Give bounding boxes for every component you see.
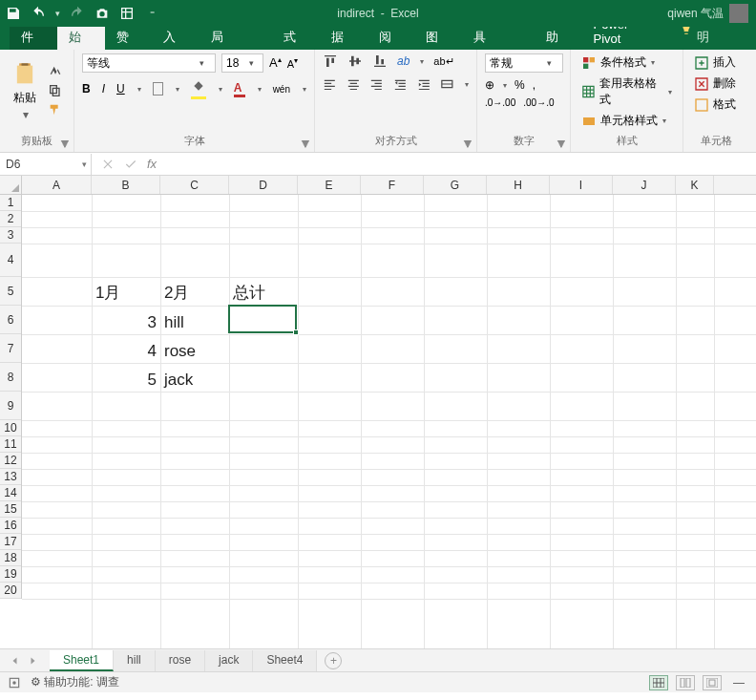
- indent-decrease-icon[interactable]: [393, 76, 408, 92]
- column-header[interactable]: K: [676, 176, 714, 194]
- align-bottom-icon[interactable]: [372, 53, 388, 69]
- paste-button[interactable]: 粘贴 ▾: [8, 59, 42, 123]
- cell[interactable]: jack: [160, 363, 229, 392]
- qat-customize-icon[interactable]: ⁼: [150, 9, 155, 19]
- percent-button[interactable]: %: [514, 78, 525, 92]
- avatar[interactable]: [729, 4, 748, 23]
- row-header[interactable]: 15: [0, 501, 21, 518]
- cell[interactable]: 1月: [92, 277, 160, 306]
- cell[interactable]: 5: [92, 363, 160, 392]
- name-box[interactable]: D6▾: [0, 154, 92, 175]
- spreadsheet-icon[interactable]: [119, 6, 135, 21]
- column-header[interactable]: F: [361, 176, 424, 194]
- row-header[interactable]: 9: [0, 392, 21, 420]
- accept-formula-icon[interactable]: [124, 158, 137, 171]
- decrease-decimal-icon[interactable]: .00→.0: [523, 97, 554, 108]
- format-painter-icon[interactable]: [48, 102, 63, 117]
- sheet-nav[interactable]: [10, 655, 50, 667]
- column-header[interactable]: J: [613, 176, 676, 194]
- wrap-text-button[interactable]: ab↵: [433, 55, 453, 68]
- camera-icon[interactable]: [94, 6, 110, 21]
- phonetic-button[interactable]: wén: [273, 84, 290, 95]
- zoom-out-button[interactable]: —: [729, 676, 748, 689]
- row-header[interactable]: 17: [0, 534, 21, 550]
- row-header[interactable]: 4: [0, 244, 21, 277]
- font-name-select[interactable]: ▾: [82, 53, 216, 73]
- column-header[interactable]: D: [229, 176, 298, 194]
- align-middle-icon[interactable]: [347, 53, 363, 69]
- view-page-break-button[interactable]: [703, 675, 722, 690]
- sheet-tab[interactable]: Sheet1: [50, 650, 114, 671]
- column-header[interactable]: C: [160, 176, 229, 194]
- dialog-launcher-icon[interactable]: ⯆: [301, 138, 310, 149]
- cell[interactable]: hill: [160, 306, 229, 334]
- bold-button[interactable]: B: [82, 82, 91, 95]
- fx-label[interactable]: fx: [147, 157, 157, 171]
- table-format-button[interactable]: 套用表格格式▾: [578, 74, 675, 109]
- select-all-corner[interactable]: [0, 176, 22, 195]
- cut-icon[interactable]: [48, 64, 63, 79]
- font-name-input[interactable]: [83, 56, 196, 70]
- dialog-launcher-icon[interactable]: ⯆: [463, 138, 472, 149]
- row-header[interactable]: 13: [0, 469, 21, 485]
- insert-cells-button[interactable]: 插入: [691, 53, 741, 72]
- border-button[interactable]: [153, 82, 163, 95]
- sheet-nav-prev-icon[interactable]: [10, 655, 21, 667]
- view-normal-button[interactable]: [649, 675, 668, 690]
- accounting-format-button[interactable]: ⊕: [485, 78, 494, 92]
- row-header[interactable]: 18: [0, 550, 21, 566]
- user-area[interactable]: qiwen 气温: [667, 4, 748, 23]
- dialog-launcher-icon[interactable]: ⯆: [556, 138, 566, 149]
- decrease-font-icon[interactable]: A▾: [287, 56, 298, 70]
- font-color-button[interactable]: A: [234, 81, 245, 97]
- save-icon[interactable]: [6, 6, 21, 21]
- sheet-tab[interactable]: rose: [156, 650, 205, 671]
- copy-icon[interactable]: [48, 83, 63, 98]
- formula-input[interactable]: [166, 154, 756, 175]
- row-header[interactable]: 14: [0, 485, 21, 501]
- row-header[interactable]: 6: [0, 306, 21, 334]
- macro-record-icon[interactable]: [8, 676, 21, 689]
- cell[interactable]: 2月: [160, 277, 229, 306]
- row-header[interactable]: 10: [0, 420, 21, 436]
- row-header[interactable]: 20: [0, 583, 21, 599]
- cell[interactable]: 总计: [229, 277, 298, 306]
- column-header[interactable]: B: [92, 176, 160, 194]
- row-header[interactable]: 2: [0, 211, 21, 227]
- row-header[interactable]: 5: [0, 277, 21, 306]
- number-format-input[interactable]: [486, 56, 543, 70]
- cell[interactable]: rose: [160, 334, 229, 363]
- align-left-icon[interactable]: [323, 76, 337, 92]
- view-page-layout-button[interactable]: [676, 675, 695, 690]
- redo-icon[interactable]: [70, 6, 85, 21]
- merge-cells-icon[interactable]: [440, 76, 454, 92]
- row-header[interactable]: 8: [0, 363, 21, 392]
- column-header[interactable]: E: [298, 176, 361, 194]
- comma-button[interactable]: ,: [533, 78, 536, 92]
- italic-button[interactable]: I: [102, 82, 105, 95]
- row-header[interactable]: 19: [0, 566, 21, 583]
- undo-icon[interactable]: [31, 6, 46, 21]
- number-format-select[interactable]: ▾: [485, 53, 563, 73]
- row-header[interactable]: 12: [0, 453, 21, 469]
- sheet-tab[interactable]: hill: [114, 650, 156, 671]
- column-header[interactable]: H: [487, 176, 550, 194]
- row-header[interactable]: 16: [0, 518, 21, 534]
- cancel-formula-icon[interactable]: [101, 158, 115, 171]
- conditional-format-button[interactable]: 条件格式▾: [578, 53, 675, 72]
- align-center-icon[interactable]: [346, 76, 361, 92]
- delete-cells-button[interactable]: 删除: [691, 74, 741, 93]
- cell-styles-button[interactable]: 单元格样式▾: [578, 112, 675, 130]
- fill-color-button[interactable]: [191, 78, 206, 99]
- column-header[interactable]: I: [550, 176, 613, 194]
- cell[interactable]: 3: [92, 306, 160, 334]
- add-sheet-button[interactable]: +: [325, 652, 342, 669]
- align-right-icon[interactable]: [369, 76, 384, 92]
- increase-decimal-icon[interactable]: .0→.00: [485, 97, 515, 108]
- font-size-input[interactable]: [222, 56, 245, 70]
- dialog-launcher-icon[interactable]: ⯆: [60, 138, 70, 149]
- accessibility-status[interactable]: ⚙ 辅助功能: 调查: [31, 674, 119, 690]
- row-header[interactable]: 11: [0, 436, 21, 453]
- cell[interactable]: 4: [92, 334, 160, 363]
- sheet-nav-next-icon[interactable]: [27, 655, 38, 667]
